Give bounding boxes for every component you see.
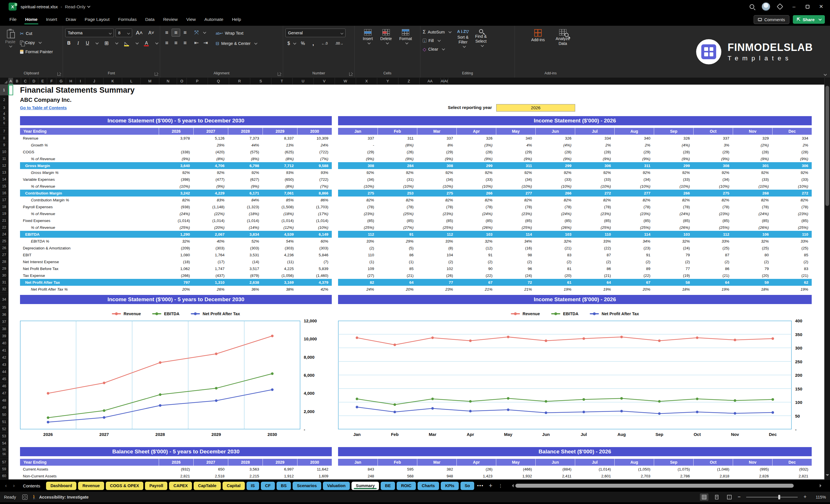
cell[interactable]: 23%: [417, 286, 456, 293]
cell[interactable]: 98: [496, 251, 535, 258]
cell[interactable]: 3,834: [228, 231, 262, 238]
format-cells-button[interactable]: Format: [397, 29, 414, 45]
row-header-52[interactable]: 52: [0, 426, 8, 433]
cell[interactable]: 266: [654, 190, 693, 196]
cell[interactable]: 92%: [496, 169, 535, 176]
year-column-header[interactable]: 2030: [297, 128, 332, 135]
cell[interactable]: (78): [733, 203, 772, 210]
cell[interactable]: 33%: [772, 238, 812, 245]
cell[interactable]: (9%): [417, 155, 456, 162]
row-header-5[interactable]: 5: [0, 116, 8, 121]
cell[interactable]: 92%: [733, 169, 772, 176]
row-header-41[interactable]: 41: [0, 347, 8, 354]
column-header-P[interactable]: P: [187, 78, 208, 84]
cell[interactable]: (9%): [159, 155, 193, 162]
cell[interactable]: (24%): [654, 210, 693, 217]
cell[interactable]: 92%: [228, 169, 262, 176]
cell[interactable]: 19%: [772, 286, 812, 293]
cell[interactable]: (1): [338, 258, 378, 265]
cell[interactable]: 334: [772, 135, 812, 141]
cell[interactable]: 4,236: [262, 251, 297, 258]
cell[interactable]: (85): [535, 217, 575, 224]
cell[interactable]: (10%): [496, 183, 535, 190]
row-header-34[interactable]: 34: [0, 295, 8, 304]
analyze-data-button[interactable]: AnalyzeData: [553, 29, 572, 46]
cell[interactable]: 58: [654, 279, 693, 286]
cell[interactable]: 83: [535, 251, 575, 258]
cell[interactable]: (78): [772, 203, 812, 210]
number-format-select[interactable]: General: [285, 29, 346, 37]
cell[interactable]: 34%: [496, 238, 535, 245]
cell[interactable]: (2): [535, 258, 575, 265]
cell[interactable]: 104: [417, 251, 456, 258]
column-header-R[interactable]: R: [229, 78, 250, 84]
cell[interactable]: 7,061: [262, 190, 297, 196]
cell[interactable]: (33): [456, 176, 496, 183]
sheet-tab-payroll[interactable]: Payroll: [145, 482, 167, 490]
column-header-S[interactable]: S: [250, 78, 272, 84]
number-dialog-launcher[interactable]: [349, 72, 353, 76]
cell[interactable]: (9%): [614, 155, 654, 162]
cell[interactable]: 311: [378, 135, 417, 141]
cell[interactable]: 110: [772, 231, 812, 238]
align-bottom-button[interactable]: ≡: [181, 29, 189, 37]
cell[interactable]: (23%): [417, 210, 456, 217]
menu-tab-insert[interactable]: Insert: [42, 14, 62, 25]
page-break-view-button[interactable]: [725, 494, 734, 501]
cell[interactable]: (10%): [159, 183, 193, 190]
cell[interactable]: (8%): [262, 155, 297, 162]
month-column-header[interactable]: Mar: [417, 459, 456, 466]
format-painter-button[interactable]: Format Painter: [20, 48, 53, 56]
cell[interactable]: 568: [378, 473, 417, 479]
cell[interactable]: 20%: [159, 286, 193, 293]
cell[interactable]: (25%): [575, 224, 614, 231]
chevron-down-icon[interactable]: [87, 5, 90, 8]
premium-gem-icon[interactable]: [777, 3, 784, 10]
cell[interactable]: (24%): [159, 210, 193, 217]
cell[interactable]: 24%: [338, 286, 378, 293]
search-icon[interactable]: [749, 4, 754, 9]
increase-decimal-button[interactable]: ←.0: [319, 41, 330, 46]
cell[interactable]: (9%): [193, 183, 228, 190]
cell[interactable]: 3,169: [262, 279, 297, 286]
cell[interactable]: (10%): [456, 183, 496, 190]
cell[interactable]: (9%): [575, 155, 614, 162]
row-header-25[interactable]: 25: [0, 238, 8, 245]
month-column-header[interactable]: Oct: [693, 128, 733, 135]
cell[interactable]: (23%): [693, 210, 733, 217]
cell[interactable]: 7,373: [228, 135, 262, 141]
month-column-header[interactable]: Dec: [772, 459, 812, 466]
cell[interactable]: 6,997: [262, 466, 297, 473]
row-header-6[interactable]: 6: [0, 121, 8, 125]
cell[interactable]: (28): [535, 149, 575, 155]
cell[interactable]: 82%: [654, 196, 693, 203]
sheet-tab-cogs-opex[interactable]: COGS & OPEX: [106, 482, 143, 490]
cell[interactable]: (78): [654, 203, 693, 210]
cell[interactable]: 32%: [535, 238, 575, 245]
cell[interactable]: (932): [159, 466, 193, 473]
cell[interactable]: (28): [772, 149, 812, 155]
cell[interactable]: 299: [456, 162, 496, 169]
cell[interactable]: 1,423: [456, 473, 496, 479]
cell[interactable]: (23): [614, 245, 654, 251]
percent-button[interactable]: %: [299, 40, 307, 46]
cell[interactable]: 1,310: [193, 279, 228, 286]
row-header-43[interactable]: 43: [0, 361, 8, 369]
column-header-F[interactable]: F: [47, 78, 56, 84]
sheet-tab-kpis[interactable]: KPIs: [441, 482, 458, 490]
cell[interactable]: (22): [575, 245, 614, 251]
row-header-19[interactable]: 19: [0, 210, 8, 217]
cell[interactable]: 103: [654, 231, 693, 238]
cell[interactable]: 3,531: [228, 251, 262, 258]
row-header-30[interactable]: 30: [0, 272, 8, 279]
cell[interactable]: (722): [297, 176, 332, 183]
row-header-14[interactable]: 14: [0, 176, 8, 183]
select-all-corner[interactable]: [0, 78, 8, 84]
cell[interactable]: 19%: [575, 286, 614, 293]
year-column-header[interactable]: 2027: [193, 128, 228, 135]
cell[interactable]: (9%): [733, 155, 772, 162]
cell[interactable]: (85): [733, 217, 772, 224]
cell[interactable]: 10,309: [297, 135, 332, 141]
sheet-tab-roic[interactable]: ROIC: [397, 482, 416, 490]
align-top-button[interactable]: ≡: [162, 29, 171, 37]
